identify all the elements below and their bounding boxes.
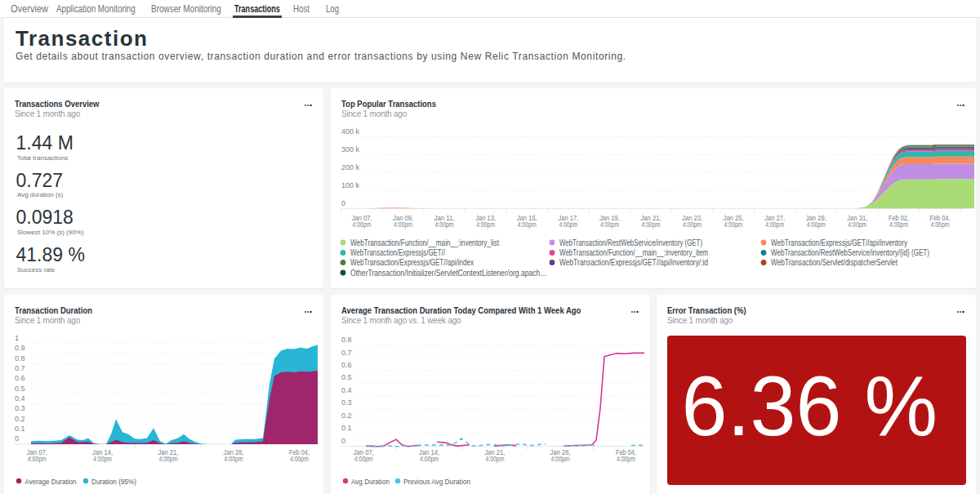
svg-text:0.3: 0.3 (341, 398, 352, 407)
svg-text:4:00pm: 4:00pm (724, 220, 743, 229)
svg-text:4:00pm: 4:00pm (476, 220, 495, 229)
svg-text:4:00pm: 4:00pm (683, 220, 702, 229)
svg-text:Average Duration: Average Duration (25, 477, 77, 486)
svg-text:4:00pm: 4:00pm (435, 220, 454, 229)
svg-text:0.4: 0.4 (341, 386, 352, 394)
svg-text:4:00pm: 4:00pm (28, 455, 47, 463)
svg-text:0: 0 (341, 437, 345, 445)
svg-text:4:00pm: 4:00pm (931, 220, 950, 229)
svg-text:1: 1 (15, 334, 19, 342)
svg-text:4:00pm: 4:00pm (551, 455, 570, 463)
svg-text:0.8: 0.8 (341, 336, 352, 344)
svg-text:0: 0 (341, 199, 345, 207)
svg-text:OtherTransaction/Initializer/S: OtherTransaction/Initializer/ServletCont… (350, 269, 547, 278)
svg-text:Avg Duration: Avg Duration (351, 477, 390, 486)
svg-text:4:00pm: 4:00pm (765, 220, 784, 229)
svg-text:4:00pm: 4:00pm (158, 455, 177, 463)
svg-text:0.2: 0.2 (15, 415, 25, 423)
svg-text:WebTransaction/Expressjs/GET//: WebTransaction/Expressjs/GET//api/invent… (559, 258, 708, 267)
svg-text:0.2: 0.2 (341, 412, 352, 420)
svg-text:4:00pm: 4:00pm (807, 220, 826, 229)
svg-text:WebTransaction/Function/__main: WebTransaction/Function/__main__:invento… (559, 248, 708, 257)
svg-text:4:00pm: 4:00pm (559, 220, 577, 229)
svg-text:4:00pm: 4:00pm (394, 220, 412, 229)
svg-text:0.7: 0.7 (15, 364, 25, 372)
svg-text:4:00pm: 4:00pm (353, 220, 372, 229)
svg-text:4:00pm: 4:00pm (848, 220, 866, 229)
svg-text:0.1: 0.1 (15, 425, 25, 433)
svg-text:Previous Avg Duration: Previous Avg Duration (403, 477, 470, 486)
svg-text:4:00pm: 4:00pm (485, 455, 504, 463)
svg-text:4:00pm: 4:00pm (889, 220, 908, 229)
svg-text:WebTransaction/Servlet/dispatc: WebTransaction/Servlet/dispatcherServlet (771, 258, 898, 267)
svg-text:0.6: 0.6 (15, 374, 25, 382)
svg-text:0.6: 0.6 (341, 361, 352, 369)
svg-text:Duration (95%): Duration (95%) (91, 477, 136, 486)
svg-text:0: 0 (15, 434, 19, 443)
svg-text:4:00pm: 4:00pm (420, 455, 439, 463)
svg-text:WebTransaction/Function/__main: WebTransaction/Function/__main__:invento… (350, 238, 499, 247)
svg-text:WebTransaction/Expressjs/GET//: WebTransaction/Expressjs/GET//api/invent… (771, 238, 907, 247)
svg-text:0.1: 0.1 (341, 424, 352, 432)
svg-text:200 k: 200 k (341, 163, 360, 171)
svg-text:WebTransaction/Expressjs/GET//: WebTransaction/Expressjs/GET//api/index (350, 258, 474, 267)
svg-text:0.9: 0.9 (15, 344, 25, 352)
svg-text:100 k: 100 k (341, 181, 360, 189)
svg-text:300 k: 300 k (341, 145, 360, 154)
svg-text:0.3: 0.3 (15, 404, 25, 412)
svg-text:4:00pm: 4:00pm (617, 455, 635, 463)
svg-text:4:00pm: 4:00pm (225, 455, 243, 463)
svg-text:4:00pm: 4:00pm (354, 455, 373, 463)
svg-text:0.8: 0.8 (15, 354, 25, 363)
svg-text:4:00pm: 4:00pm (518, 220, 537, 229)
svg-text:0.5: 0.5 (341, 373, 352, 381)
svg-text:4:00pm: 4:00pm (93, 455, 112, 463)
svg-text:4:00pm: 4:00pm (642, 220, 661, 229)
svg-text:0.4: 0.4 (15, 394, 25, 403)
svg-text:4:00pm: 4:00pm (600, 220, 619, 229)
svg-text:WebTransaction/Expressjs/GET//: WebTransaction/Expressjs/GET// (350, 248, 445, 257)
svg-text:4:00pm: 4:00pm (290, 455, 309, 463)
svg-text:0.7: 0.7 (341, 349, 352, 357)
svg-text:0.5: 0.5 (15, 385, 25, 393)
svg-text:400 k: 400 k (341, 127, 360, 136)
svg-text:WebTransaction/RestWebService/: WebTransaction/RestWebService/inventory/… (771, 248, 929, 257)
svg-text:WebTransaction/RestWebService/: WebTransaction/RestWebService/inventory … (559, 238, 702, 247)
